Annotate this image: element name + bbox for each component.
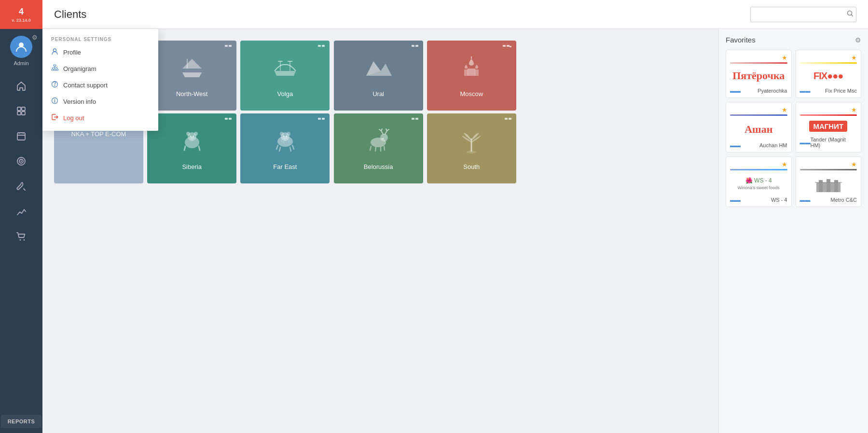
profile-label: Profile (63, 49, 81, 56)
logout-icon (51, 113, 58, 122)
svg-point-11 (54, 49, 56, 52)
svg-rect-13 (52, 69, 54, 70)
organigram-icon (51, 64, 58, 73)
dropdown-item-profile[interactable]: Profile (42, 44, 158, 60)
logout-label: Log out (63, 114, 84, 122)
dropdown-item-logout[interactable]: Log out (42, 110, 158, 126)
organigram-label: Organigram (63, 65, 96, 72)
contact-support-icon (51, 81, 58, 89)
dropdown-item-contact-support[interactable]: Contact support (42, 77, 158, 93)
dropdown-item-organigram[interactable]: Organigram (42, 60, 158, 77)
personal-settings-menu: PERSONAL SETTINGS Profile Organigram Con… (42, 29, 158, 131)
dropdown-section-label: PERSONAL SETTINGS (42, 34, 158, 44)
profile-icon (51, 48, 58, 56)
version-info-icon (51, 97, 58, 106)
contact-support-label: Contact support (63, 82, 108, 89)
version-info-label: Version info (63, 98, 96, 105)
svg-rect-14 (54, 69, 56, 70)
svg-rect-12 (54, 65, 56, 66)
svg-rect-15 (56, 69, 58, 70)
dropdown-item-version-info[interactable]: Version info (42, 93, 158, 110)
